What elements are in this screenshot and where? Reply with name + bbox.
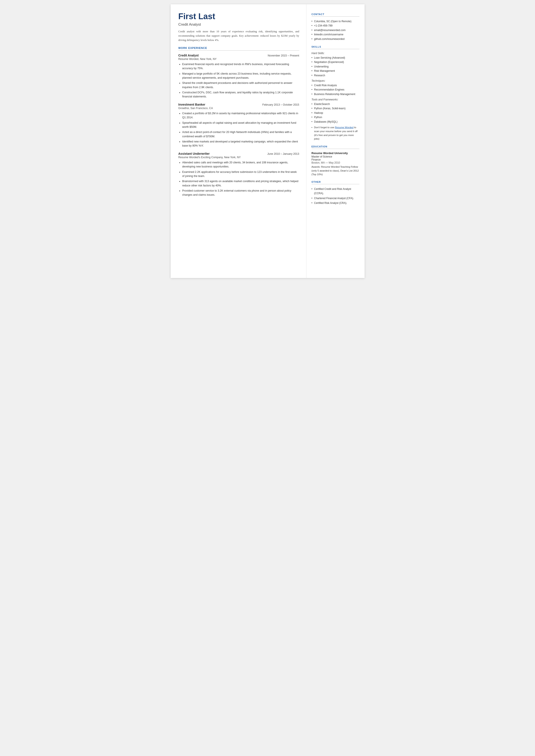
education-header: EDUCATION xyxy=(312,145,359,149)
resume-page: First Last Credit Analyst Credit analyst… xyxy=(171,4,365,278)
other-list: Certified Credit and Risk Analyst (CCRA)… xyxy=(312,187,359,205)
techniques-list: Credit Risk Analysis Recommendation Engi… xyxy=(312,83,359,96)
tool-3: Hadoop xyxy=(312,111,359,115)
job-bullets-1: Examined financial reports and recognize… xyxy=(179,62,299,99)
summary-text: Credit analyst with more than 10 years o… xyxy=(179,29,299,42)
contact-github: github.com/resumeworded xyxy=(312,37,359,41)
job-dates-2: February 2013 – October 2015 xyxy=(263,103,299,106)
contact-email: email@resumeworded.com xyxy=(312,28,359,32)
job-block-3: Assistant Underwriter June 2010 – Januar… xyxy=(179,152,299,197)
bullet-3-4: Provided customer service to 3.2K extern… xyxy=(179,189,299,197)
contact-phone: +1-234-456-789 xyxy=(312,23,359,28)
tool-4: Python xyxy=(312,115,359,119)
skills-header: SKILLS xyxy=(312,45,359,49)
contact-section: CONTACT Columbia, SC (Open to Remote) +1… xyxy=(312,13,359,41)
job-bullets-2: Created a portfolio of $3.2M in assets b… xyxy=(179,111,299,148)
bullet-1-1: Examined financial reports and recognize… xyxy=(179,62,299,71)
other-header: OTHER xyxy=(312,181,359,184)
education-section: EDUCATION Resume Worded University Maste… xyxy=(312,145,359,176)
job-title-2: Investment Banker xyxy=(179,103,205,106)
resume-worded-link[interactable]: Resume Worded xyxy=(335,126,353,129)
tools-list: ElasticSearch Python (Keras, Scikit-lear… xyxy=(312,102,359,124)
technique-3: Business Relationship Management xyxy=(312,92,359,96)
bullet-2-1: Created a portfolio of $3.2M in assets b… xyxy=(179,111,299,120)
contact-linkedin: linkedin.com/in/username xyxy=(312,32,359,37)
edu-awards: Awards: Resume Worded Teaching Fellow (o… xyxy=(312,165,359,176)
job-title-3: Assistant Underwriter xyxy=(179,152,210,155)
job-block-1: Credit Analyst November 2015 – Present R… xyxy=(179,54,299,99)
tool-1: ElasticSearch xyxy=(312,102,359,106)
technique-1: Credit Risk Analysis xyxy=(312,83,359,88)
bullet-2-3: Acted as a direct point-of-contact for 2… xyxy=(179,130,299,139)
name-heading: First Last xyxy=(179,12,299,21)
edu-date: Boston, MA — May 2010 xyxy=(312,161,359,164)
hard-skills-label: Hard Skills: xyxy=(312,52,359,55)
hard-skill-3: Underwriting xyxy=(312,65,359,69)
hard-skill-2: Negotiation (Experienced) xyxy=(312,60,359,64)
bullet-3-2: Examined 2.2K applications for accuracy … xyxy=(179,170,299,179)
other-item-3: Certified Risk Analyst (CRA). xyxy=(312,201,359,205)
bullet-1-3: Shared the credit department procedures … xyxy=(179,81,299,90)
skills-section: SKILLS Hard Skills: Loan Servicing (Adva… xyxy=(312,45,359,141)
edu-block: Resume Worded University Master of Scien… xyxy=(312,152,359,176)
job-company-2: Growthsi, San Francisco, CA xyxy=(179,107,299,110)
job-dates-1: November 2015 – Present xyxy=(268,54,299,57)
bullet-1-4: Constructed DCFs, DSC, cash flow analyse… xyxy=(179,91,299,99)
tools-label: Tools and Frameworks: xyxy=(312,98,359,101)
job-dates-3: June 2010 – January 2013 xyxy=(267,153,299,155)
bullet-2-2: Spearheaded all aspects of capital raisi… xyxy=(179,121,299,129)
job-company-1: Resume Worded, New York, NY xyxy=(179,58,299,61)
job-header-2: Investment Banker February 2013 – Octobe… xyxy=(179,103,299,106)
other-item-1: Certified Credit and Risk Analyst (CCRA)… xyxy=(312,187,359,196)
hard-skills-list: Loan Servicing (Advanced) Negotiation (E… xyxy=(312,56,359,78)
edu-field: Finance xyxy=(312,158,359,161)
job-block-2: Investment Banker February 2013 – Octobe… xyxy=(179,103,299,148)
job-title-heading: Credit Analyst xyxy=(179,22,299,27)
job-title-1: Credit Analyst xyxy=(179,54,199,57)
contact-location: Columbia, SC (Open to Remote) xyxy=(312,19,359,23)
hard-skill-4: Risk Management xyxy=(312,69,359,73)
bullet-3-1: Attended sales calls and meetings with 2… xyxy=(179,160,299,169)
hard-skill-1: Loan Servicing (Advanced) xyxy=(312,56,359,60)
job-header-1: Credit Analyst November 2015 – Present xyxy=(179,54,299,57)
tool-2: Python (Keras, Scikit-learn) xyxy=(312,106,359,111)
bullet-2-4: Identified new markets and developed a t… xyxy=(179,140,299,148)
job-header-3: Assistant Underwriter June 2010 – Januar… xyxy=(179,152,299,155)
work-experience-section: WORK EXPERIENCE Credit Analyst November … xyxy=(179,46,299,197)
other-section: OTHER Certified Credit and Risk Analyst … xyxy=(312,181,359,205)
techniques-label: Techniques: xyxy=(312,79,359,82)
hard-skill-5: Research xyxy=(312,73,359,78)
edu-institution: Resume Worded University xyxy=(312,152,359,155)
left-column: First Last Credit Analyst Credit analyst… xyxy=(171,4,306,278)
other-item-2: Chartered Financial Analyst (CFA). xyxy=(312,196,359,200)
edu-degree: Master of Science xyxy=(312,155,359,158)
bullet-1-2: Managed a large portfolio of 5K clients … xyxy=(179,72,299,80)
bullet-3-3: Brainstormed with 313 agents on availabl… xyxy=(179,179,299,188)
contact-header: CONTACT xyxy=(312,13,359,16)
job-company-3: Resume Worded's Exciting Company, New Yo… xyxy=(179,156,299,159)
tool-5: Databases (MySQL) xyxy=(312,120,359,124)
work-experience-header: WORK EXPERIENCE xyxy=(179,46,299,51)
technique-2: Recommendation Engines xyxy=(312,88,359,92)
resume-worded-note: Don't forget to use Resume Worded to sca… xyxy=(312,126,359,141)
right-column: CONTACT Columbia, SC (Open to Remote) +1… xyxy=(306,4,365,278)
job-bullets-3: Attended sales calls and meetings with 2… xyxy=(179,160,299,197)
contact-list: Columbia, SC (Open to Remote) +1-234-456… xyxy=(312,19,359,41)
